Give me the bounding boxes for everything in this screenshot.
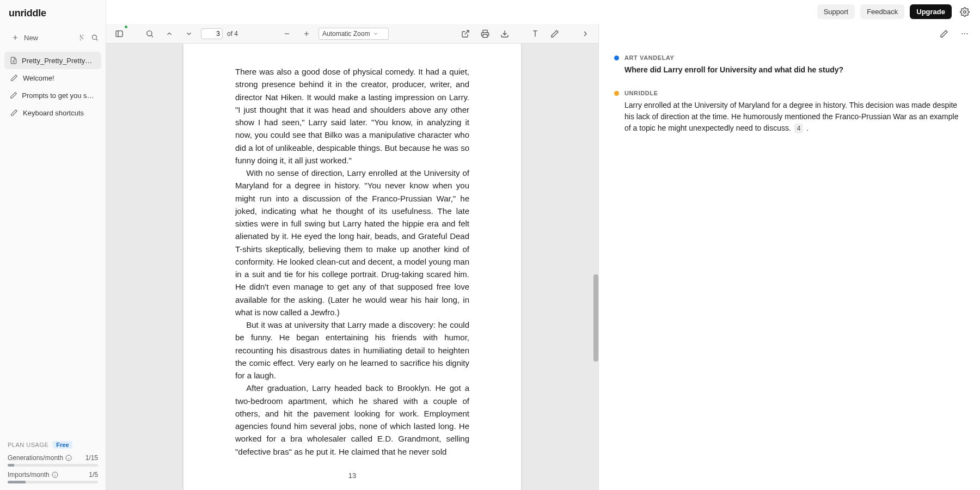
- next-page-icon[interactable]: [181, 26, 197, 41]
- print-icon[interactable]: [477, 26, 493, 41]
- nav-item-label: Welcome!: [23, 74, 54, 82]
- nav-item-welcome[interactable]: Welcome!: [4, 69, 101, 87]
- svg-point-3: [964, 10, 966, 13]
- message-author: UNRIDDLE: [624, 90, 658, 96]
- plan-tag: Free: [53, 441, 72, 449]
- upgrade-button[interactable]: Upgrade: [910, 4, 952, 19]
- nav-list: Pretty_Pretty_Pretty_Good_ Welcome! Prom…: [0, 48, 106, 434]
- svg-point-7: [961, 33, 963, 34]
- topbar: Support Feedback Upgrade: [106, 0, 980, 24]
- usage-row-label: Generations/month: [8, 454, 63, 462]
- chat-pane: ART VANDELAY Where did Larry enroll for …: [599, 24, 980, 490]
- more-icon[interactable]: [957, 26, 972, 41]
- usage-panel: PLAN USAGE Free Generations/month 1/15 I…: [0, 434, 106, 490]
- citation-badge[interactable]: 4: [794, 124, 804, 133]
- message-text-tail: .: [804, 124, 808, 132]
- more-tools-icon[interactable]: [578, 26, 593, 41]
- message-text-content: Larry enrolled at the University of Mary…: [624, 101, 958, 132]
- usage-title: PLAN USAGE: [8, 442, 48, 448]
- chat-body: ART VANDELAY Where did Larry enroll for …: [599, 44, 980, 490]
- usage-row-value: 1/5: [89, 471, 98, 479]
- message-text: Where did Larry enroll for University an…: [624, 64, 965, 76]
- support-button[interactable]: Support: [817, 4, 855, 19]
- branch-icon[interactable]: [77, 33, 86, 42]
- page-paragraph: There was also a good dose of physical c…: [235, 65, 469, 167]
- usage-meter: [8, 464, 98, 467]
- find-icon[interactable]: [142, 26, 157, 41]
- nav-item-label: Prompts to get you started: [22, 91, 96, 100]
- pdf-pane: of 4 Automatic Zoom There was also a goo…: [106, 24, 599, 490]
- plus-icon: [11, 33, 20, 42]
- svg-point-9: [967, 33, 968, 34]
- chat-header: [599, 24, 980, 44]
- svg-point-8: [964, 33, 965, 34]
- assistant-dot-icon: [614, 91, 619, 96]
- open-external-icon[interactable]: [458, 26, 473, 41]
- text-tool-icon[interactable]: [528, 26, 543, 41]
- download-icon[interactable]: [497, 26, 512, 41]
- scrollbar-thumb[interactable]: [593, 274, 598, 362]
- nav-item-document[interactable]: Pretty_Pretty_Pretty_Good_: [4, 52, 101, 69]
- sidebar: unriddle New Pretty_Pretty_Pretty_Good_ …: [0, 0, 106, 490]
- zoom-select[interactable]: Automatic Zoom: [318, 28, 389, 40]
- chevron-down-icon: [373, 31, 378, 36]
- usage-row-label: Imports/month: [8, 471, 50, 479]
- info-icon[interactable]: [65, 455, 72, 461]
- new-label: New: [24, 34, 38, 42]
- message-text: Larry enrolled at the University of Mary…: [624, 100, 965, 134]
- usage-row-value: 1/15: [85, 454, 98, 462]
- zoom-in-icon[interactable]: [299, 26, 314, 41]
- pencil-icon: [10, 108, 19, 117]
- pdf-toolbar: of 4 Automatic Zoom: [106, 24, 598, 44]
- page-of-label: of 4: [227, 30, 238, 38]
- settings-icon[interactable]: [957, 4, 972, 20]
- main-area: Support Feedback Upgrade of 4 Automatic …: [106, 0, 980, 490]
- prev-page-icon[interactable]: [162, 26, 177, 41]
- nav-item-label: Keyboard shortcuts: [23, 109, 84, 117]
- page-paragraph: After graduation, Larry headed back to B…: [235, 382, 469, 458]
- brand-title: unriddle: [0, 0, 106, 27]
- page-number: 13: [183, 470, 521, 481]
- pdf-page: There was also a good dose of physical c…: [183, 44, 521, 490]
- file-icon: [10, 56, 17, 65]
- nav-item-label: Pretty_Pretty_Pretty_Good_: [22, 57, 96, 65]
- page-input[interactable]: [201, 28, 223, 39]
- svg-point-0: [92, 35, 96, 39]
- chat-message-assistant: UNRIDDLE Larry enrolled at the Universit…: [614, 90, 965, 134]
- feedback-button[interactable]: Feedback: [860, 4, 904, 19]
- pencil-icon: [10, 91, 17, 100]
- usage-meter: [8, 481, 98, 483]
- new-button[interactable]: New: [7, 30, 73, 45]
- search-icon[interactable]: [90, 33, 99, 42]
- svg-point-5: [147, 30, 152, 35]
- pencil-icon: [10, 74, 19, 82]
- nav-item-shortcuts[interactable]: Keyboard shortcuts: [4, 104, 101, 121]
- zoom-label: Automatic Zoom: [322, 30, 370, 38]
- svg-rect-4: [116, 30, 122, 36]
- chat-message-user: ART VANDELAY Where did Larry enroll for …: [614, 54, 965, 76]
- sidebar-toggle-icon[interactable]: [112, 26, 127, 41]
- user-dot-icon: [614, 56, 619, 60]
- zoom-out-icon[interactable]: [279, 26, 295, 41]
- svg-rect-6: [483, 34, 487, 37]
- info-icon[interactable]: [52, 471, 58, 478]
- page-paragraph: But it was at university that Larry made…: [235, 318, 469, 382]
- draw-tool-icon[interactable]: [547, 26, 562, 41]
- nav-item-prompts[interactable]: Prompts to get you started: [4, 87, 101, 104]
- edit-icon[interactable]: [936, 26, 952, 41]
- message-author: ART VANDELAY: [624, 54, 675, 61]
- page-paragraph: With no sense of direction, Larry enroll…: [235, 167, 469, 318]
- notification-dot: [124, 25, 128, 29]
- pdf-scroll[interactable]: There was also a good dose of physical c…: [106, 44, 598, 490]
